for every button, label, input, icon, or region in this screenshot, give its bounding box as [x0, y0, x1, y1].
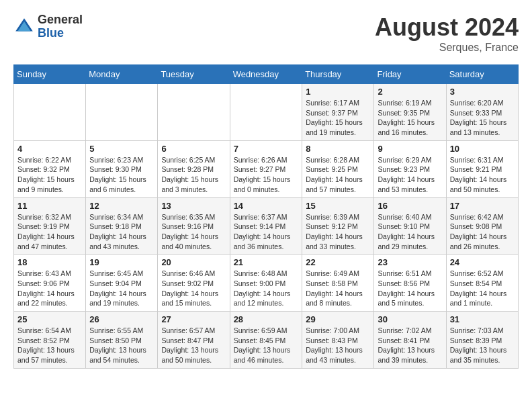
calendar-cell: 17Sunrise: 6:42 AM Sunset: 9:08 PM Dayli…: [446, 197, 518, 255]
day-info: Sunrise: 6:22 AM Sunset: 9:32 PM Dayligh…: [17, 155, 82, 195]
calendar-cell: [86, 84, 158, 141]
day-number: 13: [161, 201, 226, 211]
day-number: 16: [378, 201, 442, 211]
calendar-cell: 21Sunrise: 6:48 AM Sunset: 9:00 PM Dayli…: [230, 255, 302, 312]
logo-general: General: [38, 13, 83, 27]
calendar-cell: 15Sunrise: 6:39 AM Sunset: 9:12 PM Dayli…: [302, 197, 374, 255]
day-number: 30: [378, 314, 442, 324]
calendar-header: SundayMondayTuesdayWednesdayThursdayFrid…: [14, 65, 519, 84]
weekday-row: SundayMondayTuesdayWednesdayThursdayFrid…: [14, 65, 519, 84]
day-info: Sunrise: 6:39 AM Sunset: 9:12 PM Dayligh…: [306, 212, 370, 252]
day-info: Sunrise: 6:59 AM Sunset: 8:45 PM Dayligh…: [234, 326, 299, 365]
day-number: 5: [89, 144, 154, 154]
day-number: 29: [306, 314, 370, 324]
day-info: Sunrise: 6:23 AM Sunset: 9:30 PM Dayligh…: [89, 155, 154, 195]
calendar-cell: 31Sunrise: 7:03 AM Sunset: 8:39 PM Dayli…: [446, 312, 518, 369]
calendar-cell: 18Sunrise: 6:43 AM Sunset: 9:06 PM Dayli…: [14, 255, 86, 312]
calendar-cell: 14Sunrise: 6:37 AM Sunset: 9:14 PM Dayli…: [230, 197, 302, 255]
calendar-cell: 30Sunrise: 7:02 AM Sunset: 8:41 PM Dayli…: [374, 312, 446, 369]
day-number: 4: [17, 144, 82, 154]
day-info: Sunrise: 6:40 AM Sunset: 9:10 PM Dayligh…: [378, 212, 442, 252]
day-number: 21: [234, 257, 299, 267]
calendar-cell: 20Sunrise: 6:46 AM Sunset: 9:02 PM Dayli…: [158, 255, 230, 312]
day-info: Sunrise: 6:19 AM Sunset: 9:35 PM Dayligh…: [378, 98, 442, 138]
calendar-cell: 3Sunrise: 6:20 AM Sunset: 9:33 PM Daylig…: [446, 84, 518, 141]
day-info: Sunrise: 6:42 AM Sunset: 9:08 PM Dayligh…: [450, 212, 515, 252]
day-number: 1: [306, 87, 370, 97]
day-number: 27: [161, 314, 226, 324]
calendar-cell: 2Sunrise: 6:19 AM Sunset: 9:35 PM Daylig…: [374, 84, 446, 141]
day-number: 23: [378, 257, 442, 267]
day-number: 15: [306, 201, 370, 211]
calendar-cell: 10Sunrise: 6:31 AM Sunset: 9:21 PM Dayli…: [446, 140, 518, 197]
logo-blue: Blue: [38, 27, 83, 40]
calendar-cell: 19Sunrise: 6:45 AM Sunset: 9:04 PM Dayli…: [86, 255, 158, 312]
day-info: Sunrise: 6:37 AM Sunset: 9:14 PM Dayligh…: [234, 212, 299, 252]
calendar-cell: [14, 84, 86, 141]
month-year: August 2024: [375, 13, 519, 42]
day-number: 18: [17, 257, 82, 267]
day-info: Sunrise: 6:51 AM Sunset: 8:56 PM Dayligh…: [378, 269, 442, 308]
calendar-cell: 4Sunrise: 6:22 AM Sunset: 9:32 PM Daylig…: [14, 140, 86, 197]
day-number: 24: [450, 257, 515, 267]
calendar-cell: 25Sunrise: 6:54 AM Sunset: 8:52 PM Dayli…: [14, 312, 86, 369]
calendar-table: SundayMondayTuesdayWednesdayThursdayFrid…: [13, 64, 519, 369]
calendar-week-row: 4Sunrise: 6:22 AM Sunset: 9:32 PM Daylig…: [14, 140, 519, 197]
day-number: 14: [234, 201, 299, 211]
day-info: Sunrise: 7:00 AM Sunset: 8:43 PM Dayligh…: [306, 326, 370, 365]
calendar-cell: 22Sunrise: 6:49 AM Sunset: 8:58 PM Dayli…: [302, 255, 374, 312]
weekday-header: Thursday: [302, 65, 374, 84]
day-number: 19: [89, 257, 154, 267]
day-info: Sunrise: 6:20 AM Sunset: 9:33 PM Dayligh…: [450, 98, 515, 138]
title-block: August 2024 Serques, France: [375, 13, 519, 54]
day-number: 26: [89, 314, 154, 324]
day-number: 17: [450, 201, 515, 211]
calendar-week-row: 25Sunrise: 6:54 AM Sunset: 8:52 PM Dayli…: [14, 312, 519, 369]
day-info: Sunrise: 6:25 AM Sunset: 9:28 PM Dayligh…: [161, 155, 226, 195]
day-info: Sunrise: 7:02 AM Sunset: 8:41 PM Dayligh…: [378, 326, 442, 365]
calendar-week-row: 1Sunrise: 6:17 AM Sunset: 9:37 PM Daylig…: [14, 84, 519, 141]
calendar-cell: 27Sunrise: 6:57 AM Sunset: 8:47 PM Dayli…: [158, 312, 230, 369]
logo: General Blue: [13, 13, 83, 40]
calendar-cell: 9Sunrise: 6:29 AM Sunset: 9:23 PM Daylig…: [374, 140, 446, 197]
day-info: Sunrise: 6:49 AM Sunset: 8:58 PM Dayligh…: [306, 269, 370, 308]
weekday-header: Saturday: [446, 65, 518, 84]
day-number: 12: [89, 201, 154, 211]
calendar-cell: 23Sunrise: 6:51 AM Sunset: 8:56 PM Dayli…: [374, 255, 446, 312]
day-number: 28: [234, 314, 299, 324]
day-number: 2: [378, 87, 442, 97]
day-number: 6: [161, 144, 226, 154]
logo-text: General Blue: [38, 13, 83, 40]
calendar-cell: 5Sunrise: 6:23 AM Sunset: 9:30 PM Daylig…: [86, 140, 158, 197]
day-info: Sunrise: 6:17 AM Sunset: 9:37 PM Dayligh…: [306, 98, 370, 138]
calendar-body: 1Sunrise: 6:17 AM Sunset: 9:37 PM Daylig…: [14, 84, 519, 369]
weekday-header: Monday: [86, 65, 158, 84]
weekday-header: Friday: [374, 65, 446, 84]
day-info: Sunrise: 6:54 AM Sunset: 8:52 PM Dayligh…: [17, 326, 82, 365]
day-info: Sunrise: 6:29 AM Sunset: 9:23 PM Dayligh…: [378, 155, 442, 195]
day-number: 20: [161, 257, 226, 267]
day-info: Sunrise: 6:35 AM Sunset: 9:16 PM Dayligh…: [161, 212, 226, 252]
calendar-cell: 16Sunrise: 6:40 AM Sunset: 9:10 PM Dayli…: [374, 197, 446, 255]
calendar-cell: 24Sunrise: 6:52 AM Sunset: 8:54 PM Dayli…: [446, 255, 518, 312]
calendar-cell: 7Sunrise: 6:26 AM Sunset: 9:27 PM Daylig…: [230, 140, 302, 197]
weekday-header: Tuesday: [158, 65, 230, 84]
calendar-cell: 1Sunrise: 6:17 AM Sunset: 9:37 PM Daylig…: [302, 84, 374, 141]
day-info: Sunrise: 6:55 AM Sunset: 8:50 PM Dayligh…: [89, 326, 154, 365]
day-info: Sunrise: 6:52 AM Sunset: 8:54 PM Dayligh…: [450, 269, 515, 308]
day-number: 25: [17, 314, 82, 324]
calendar-cell: 6Sunrise: 6:25 AM Sunset: 9:28 PM Daylig…: [158, 140, 230, 197]
day-info: Sunrise: 6:43 AM Sunset: 9:06 PM Dayligh…: [17, 269, 82, 308]
day-number: 31: [450, 314, 515, 324]
day-info: Sunrise: 6:45 AM Sunset: 9:04 PM Dayligh…: [89, 269, 154, 308]
day-info: Sunrise: 6:57 AM Sunset: 8:47 PM Dayligh…: [161, 326, 226, 365]
calendar-cell: 13Sunrise: 6:35 AM Sunset: 9:16 PM Dayli…: [158, 197, 230, 255]
day-number: 22: [306, 257, 370, 267]
weekday-header: Wednesday: [230, 65, 302, 84]
day-info: Sunrise: 6:32 AM Sunset: 9:19 PM Dayligh…: [17, 212, 82, 252]
calendar-cell: 28Sunrise: 6:59 AM Sunset: 8:45 PM Dayli…: [230, 312, 302, 369]
calendar-cell: 29Sunrise: 7:00 AM Sunset: 8:43 PM Dayli…: [302, 312, 374, 369]
day-number: 11: [17, 201, 82, 211]
day-info: Sunrise: 6:31 AM Sunset: 9:21 PM Dayligh…: [450, 155, 515, 195]
weekday-header: Sunday: [14, 65, 86, 84]
